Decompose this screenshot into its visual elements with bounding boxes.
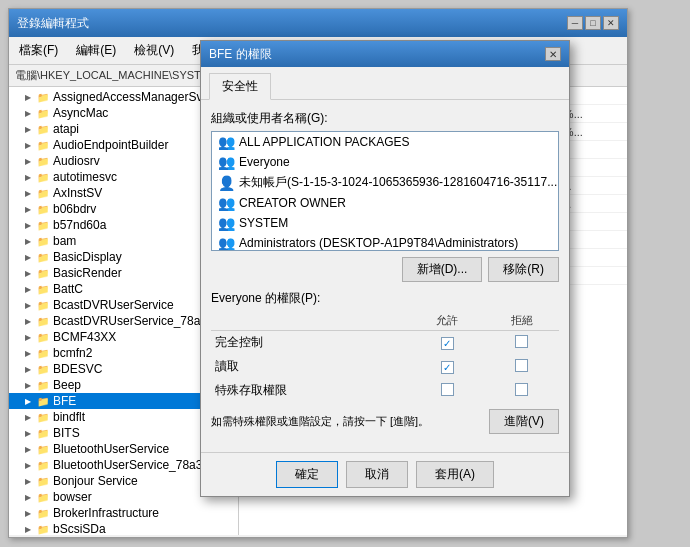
- tree-arrow: ▶: [25, 477, 35, 486]
- perm-allow-checkbox[interactable]: [441, 361, 454, 374]
- permissions-table: 允許 拒絕 完全控制 讀取 特殊存取權限: [211, 311, 559, 403]
- menu-edit[interactable]: 編輯(E): [72, 40, 120, 61]
- folder-icon: 📁: [37, 348, 49, 359]
- tree-arrow: ▶: [25, 173, 35, 182]
- perm-deny-checkbox[interactable]: [515, 383, 528, 396]
- perm-section-label: Everyone 的權限(P):: [211, 290, 559, 307]
- group-list-item[interactable]: 👥CREATOR OWNER: [212, 193, 558, 213]
- tree-arrow: ▶: [25, 125, 35, 134]
- group-list-item[interactable]: 👤未知帳戶(S-1-15-3-1024-1065365936-128160471…: [212, 172, 558, 193]
- group-list-item[interactable]: 👥ALL APPLICATION PACKAGES: [212, 132, 558, 152]
- folder-icon: 📁: [37, 252, 49, 263]
- perm-allow-cell[interactable]: [410, 355, 485, 379]
- tree-arrow: ▶: [25, 445, 35, 454]
- tree-arrow: ▶: [25, 317, 35, 326]
- cancel-button[interactable]: 取消: [346, 461, 408, 488]
- tree-arrow: ▶: [25, 301, 35, 310]
- perm-col-deny: 拒絕: [484, 311, 559, 331]
- tree-item-label: atapi: [53, 122, 79, 136]
- tree-item-label: BITS: [53, 426, 80, 440]
- folder-icon: 📁: [37, 140, 49, 151]
- tree-item-label: AudioEndpointBuilder: [53, 138, 168, 152]
- tree-arrow: ▶: [25, 285, 35, 294]
- folder-icon: 📁: [37, 92, 49, 103]
- dialog-body: 組織或使用者名稱(G): 👥ALL APPLICATION PACKAGES👥E…: [201, 100, 569, 452]
- tree-item-label: BluetoothUserService: [53, 442, 169, 456]
- folder-icon: 📁: [37, 236, 49, 247]
- group-icon: 👤: [218, 175, 235, 191]
- menu-file[interactable]: 檔案(F): [15, 40, 62, 61]
- folder-icon: 📁: [37, 444, 49, 455]
- perm-allow-cell[interactable]: [410, 331, 485, 355]
- apply-button[interactable]: 套用(A): [416, 461, 494, 488]
- tree-arrow: ▶: [25, 413, 35, 422]
- dialog-close-button[interactable]: ✕: [545, 47, 561, 61]
- group-list-item[interactable]: 👥Everyone: [212, 152, 558, 172]
- tree-item-label: BFE: [53, 394, 76, 408]
- main-title-bar: 登錄編輯程式 ─ □ ✕: [9, 9, 627, 37]
- group-list-item[interactable]: 👥SYSTEM: [212, 213, 558, 233]
- tree-arrow: ▶: [25, 221, 35, 230]
- remove-group-button[interactable]: 移除(R): [488, 257, 559, 282]
- folder-icon: 📁: [37, 156, 49, 167]
- folder-icon: 📁: [37, 476, 49, 487]
- minimize-button[interactable]: ─: [567, 16, 583, 30]
- folder-icon: 📁: [37, 412, 49, 423]
- perm-allow-checkbox[interactable]: [441, 383, 454, 396]
- tree-item-label: BDESVC: [53, 362, 102, 376]
- tree-item-label: bScsiSDa: [53, 522, 106, 535]
- group-icon: 👥: [218, 134, 235, 150]
- perm-row: 讀取: [211, 355, 559, 379]
- menu-view[interactable]: 檢視(V): [130, 40, 178, 61]
- group-list-item[interactable]: 👥Administrators (DESKTOP-A1P9T84\Adminis…: [212, 233, 558, 251]
- tree-item-label: AxInstSV: [53, 186, 102, 200]
- tree-item-label: AsyncMac: [53, 106, 108, 120]
- tree-item-label: BasicRender: [53, 266, 122, 280]
- advanced-button[interactable]: 進階(V): [489, 409, 559, 434]
- tree-arrow: ▶: [25, 205, 35, 214]
- tree-item-label: bcmfn2: [53, 346, 92, 360]
- perm-allow-cell[interactable]: [410, 379, 485, 403]
- perm-row: 完全控制: [211, 331, 559, 355]
- permissions-dialog[interactable]: BFE 的權限 ✕ 安全性 組織或使用者名稱(G): 👥ALL APPLICAT…: [200, 40, 570, 497]
- confirm-button[interactable]: 確定: [276, 461, 338, 488]
- folder-icon: 📁: [37, 364, 49, 375]
- tree-item-label: BrokerInfrastructure: [53, 506, 159, 520]
- tree-item[interactable]: ▶📁bScsiSDa: [9, 521, 238, 535]
- tree-arrow: ▶: [25, 269, 35, 278]
- advanced-hint: 如需特殊權限或進階設定，請按一下 [進階]。: [211, 414, 489, 429]
- perm-deny-cell[interactable]: [484, 355, 559, 379]
- group-section-label: 組織或使用者名稱(G):: [211, 110, 559, 127]
- add-group-button[interactable]: 新增(D)...: [402, 257, 483, 282]
- tree-item-label: BluetoothUserService_78a3b: [53, 458, 209, 472]
- perm-col-allow: 允許: [410, 311, 485, 331]
- perm-allow-checkbox[interactable]: [441, 337, 454, 350]
- close-button[interactable]: ✕: [603, 16, 619, 30]
- tree-item-label: Audiosrv: [53, 154, 100, 168]
- folder-icon: 📁: [37, 396, 49, 407]
- tree-arrow: ▶: [25, 461, 35, 470]
- group-icon: 👥: [218, 215, 235, 231]
- maximize-button[interactable]: □: [585, 16, 601, 30]
- folder-icon: 📁: [37, 316, 49, 327]
- tree-item-label: bindflt: [53, 410, 85, 424]
- group-list[interactable]: 👥ALL APPLICATION PACKAGES👥Everyone👤未知帳戶(…: [211, 131, 559, 251]
- tree-item-label: Beep: [53, 378, 81, 392]
- dialog-title-text: BFE 的權限: [209, 46, 272, 63]
- advanced-row: 如需特殊權限或進階設定，請按一下 [進階]。 進階(V): [211, 409, 559, 434]
- folder-icon: 📁: [37, 524, 49, 535]
- perm-deny-checkbox[interactable]: [515, 359, 528, 372]
- tab-security[interactable]: 安全性: [209, 73, 271, 100]
- perm-deny-cell[interactable]: [484, 331, 559, 355]
- group-icon: 👥: [218, 154, 235, 170]
- tree-arrow: ▶: [25, 429, 35, 438]
- tree-item[interactable]: ▶📁BrokerInfrastructure: [9, 505, 238, 521]
- group-icon: 👥: [218, 235, 235, 251]
- perm-deny-checkbox[interactable]: [515, 335, 528, 348]
- tree-arrow: ▶: [25, 237, 35, 246]
- folder-icon: 📁: [37, 108, 49, 119]
- tree-arrow: ▶: [25, 365, 35, 374]
- folder-icon: 📁: [37, 204, 49, 215]
- tree-item-label: BasicDisplay: [53, 250, 122, 264]
- perm-deny-cell[interactable]: [484, 379, 559, 403]
